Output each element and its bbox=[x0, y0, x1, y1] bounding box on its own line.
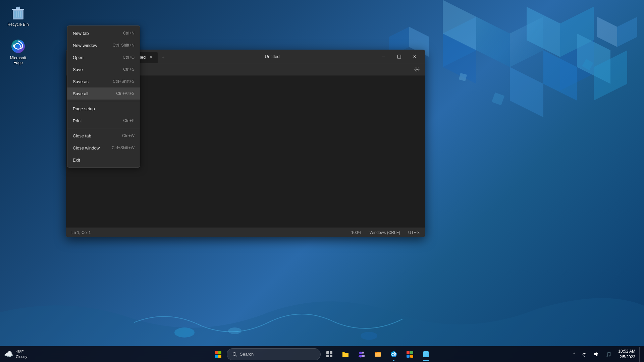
open-shortcut: Ctrl+O bbox=[123, 55, 135, 60]
svg-point-36 bbox=[416, 69, 418, 70]
separator-2 bbox=[67, 128, 140, 128]
edge-taskbar-button[interactable] bbox=[386, 347, 401, 362]
menu-save-all[interactable]: Save all Ctrl+Alt+S bbox=[67, 87, 140, 100]
maximize-button[interactable] bbox=[391, 51, 407, 62]
separator-1 bbox=[67, 101, 140, 101]
add-tab-button[interactable]: + bbox=[158, 52, 168, 63]
menu-exit[interactable]: Exit bbox=[67, 154, 140, 166]
volume-icon[interactable] bbox=[591, 350, 602, 358]
menu-open[interactable]: Open Ctrl+O bbox=[67, 51, 140, 63]
volume-svg bbox=[594, 352, 599, 357]
svg-rect-16 bbox=[492, 93, 504, 105]
edge-label: Microsoft Edge bbox=[6, 56, 30, 65]
save-as-shortcut: Ctrl+Shift+S bbox=[113, 79, 135, 84]
svg-marker-15 bbox=[617, 17, 637, 47]
search-text: Search bbox=[240, 352, 254, 357]
show-hidden-button[interactable]: ^ bbox=[571, 351, 578, 357]
settings-button[interactable] bbox=[412, 64, 422, 75]
show-desktop-button[interactable] bbox=[639, 347, 641, 362]
menu-page-setup[interactable]: Page setup bbox=[67, 103, 140, 115]
menu-new-window[interactable]: New window Ctrl+Shift+N bbox=[67, 39, 140, 51]
close-button[interactable]: ✕ bbox=[407, 51, 422, 62]
svg-rect-25 bbox=[16, 7, 20, 9]
status-bar: Ln 1, Col 1 100% Windows (CRLF) UTF-8 bbox=[66, 228, 425, 237]
edge-active-dot bbox=[393, 360, 394, 361]
svg-rect-59 bbox=[423, 351, 429, 357]
microsoft-edge-icon[interactable]: Microsoft Edge bbox=[5, 37, 32, 66]
close-window-label: Close window bbox=[73, 145, 100, 150]
minimize-button[interactable]: ─ bbox=[376, 51, 391, 62]
svg-rect-39 bbox=[215, 355, 218, 358]
recycle-bin-label: Recycle Bin bbox=[7, 22, 29, 27]
svg-point-47 bbox=[359, 352, 362, 354]
start-button[interactable] bbox=[211, 347, 225, 362]
save-as-label: Save as bbox=[73, 79, 89, 84]
svg-rect-43 bbox=[326, 351, 329, 354]
svg-marker-0 bbox=[476, 17, 510, 67]
file-explorer-button[interactable] bbox=[338, 347, 353, 362]
svg-line-42 bbox=[236, 355, 237, 356]
misc-tray-icons[interactable]: 🎵 bbox=[603, 350, 614, 358]
weather-widget[interactable]: ☁️ 46°F Cloudy bbox=[0, 349, 34, 359]
task-view-button[interactable] bbox=[322, 347, 337, 362]
search-bar[interactable]: Search bbox=[227, 348, 321, 360]
taskbar-clock[interactable]: 10:52 AM 2/5/2023 bbox=[615, 348, 638, 361]
clock-time: 10:52 AM bbox=[618, 349, 635, 354]
system-tray: ^ 🎵 bbox=[571, 347, 644, 362]
save-all-label: Save all bbox=[73, 91, 88, 96]
status-right: 100% Windows (CRLF) UTF-8 bbox=[351, 230, 420, 235]
menu-close-window[interactable]: Close window Ctrl+Shift+W bbox=[67, 142, 140, 154]
menu-save[interactable]: Save Ctrl+S bbox=[67, 63, 140, 75]
zoom-level: 100% bbox=[351, 230, 362, 235]
recycle-bin-icon[interactable]: Recycle Bin bbox=[5, 3, 32, 28]
notepad-active-bar bbox=[423, 360, 429, 361]
svg-marker-14 bbox=[597, 17, 617, 47]
new-tab-label: New tab bbox=[73, 31, 89, 36]
recycle-bin-image bbox=[10, 5, 26, 21]
notepad-taskbar-button[interactable] bbox=[419, 347, 433, 362]
file-dropdown-menu: New tab Ctrl+N New window Ctrl+Shift+N O… bbox=[67, 25, 140, 168]
teams-button[interactable] bbox=[354, 347, 369, 362]
water-decoration bbox=[0, 279, 644, 346]
taskbar-center: Search bbox=[211, 347, 433, 362]
svg-rect-37 bbox=[215, 351, 218, 354]
svg-rect-57 bbox=[407, 355, 410, 358]
svg-rect-44 bbox=[330, 351, 332, 354]
svg-rect-62 bbox=[424, 355, 428, 355]
save-shortcut: Ctrl+S bbox=[123, 67, 135, 72]
svg-rect-58 bbox=[410, 355, 413, 358]
svg-rect-38 bbox=[218, 351, 221, 354]
taskbar: ☁️ 46°F Cloudy bbox=[0, 346, 644, 362]
close-tab-shortcut: Ctrl+W bbox=[122, 133, 135, 138]
menu-save-as[interactable]: Save as Ctrl+Shift+S bbox=[67, 75, 140, 87]
menu-close-tab[interactable]: Close tab Ctrl+W bbox=[67, 130, 140, 142]
network-icon[interactable] bbox=[579, 350, 590, 358]
svg-rect-53 bbox=[375, 352, 377, 353]
svg-rect-46 bbox=[330, 355, 332, 357]
clock-date: 2/5/2023 bbox=[620, 354, 635, 360]
weather-icon: ☁️ bbox=[4, 350, 13, 359]
tab-2-close[interactable]: ✕ bbox=[148, 55, 154, 60]
line-ending: Windows (CRLF) bbox=[370, 230, 400, 235]
svg-marker-64 bbox=[594, 352, 597, 356]
svg-rect-56 bbox=[410, 351, 413, 354]
desktop: Recycle Bin Microsoft Edge bbox=[0, 0, 644, 362]
close-tab-label: Close tab bbox=[73, 133, 91, 138]
svg-marker-11 bbox=[510, 67, 543, 117]
store-button[interactable] bbox=[402, 347, 417, 362]
exit-label: Exit bbox=[73, 158, 80, 163]
new-tab-shortcut: Ctrl+N bbox=[123, 31, 135, 36]
menu-print[interactable]: Print Ctrl+P bbox=[67, 115, 140, 127]
svg-point-20 bbox=[228, 327, 241, 334]
svg-rect-63 bbox=[424, 356, 427, 356]
menu-new-tab[interactable]: New tab Ctrl+N bbox=[67, 27, 140, 39]
cursor-position: Ln 1, Col 1 bbox=[71, 230, 91, 235]
open-label: Open bbox=[73, 55, 84, 60]
svg-point-48 bbox=[362, 352, 364, 354]
file-manager-button[interactable] bbox=[370, 347, 385, 362]
edge-icon-image bbox=[10, 38, 26, 54]
svg-rect-60 bbox=[424, 353, 428, 353]
search-icon bbox=[232, 352, 237, 357]
new-window-shortcut: Ctrl+Shift+N bbox=[113, 43, 135, 48]
svg-rect-52 bbox=[375, 353, 381, 357]
